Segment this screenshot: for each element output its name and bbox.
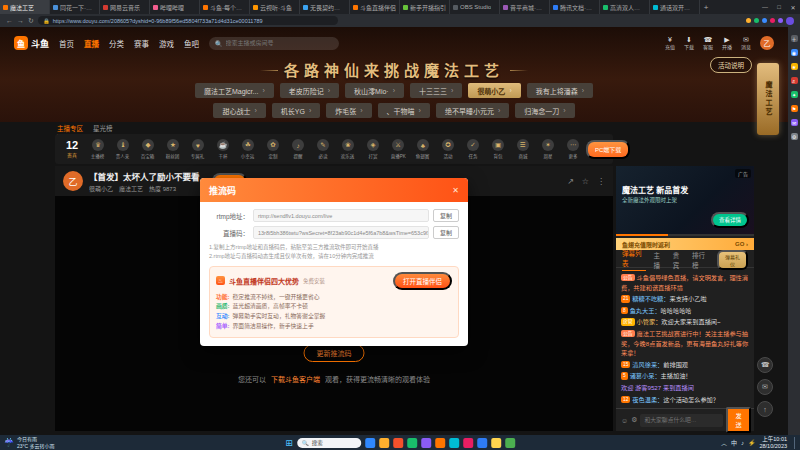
chat-username[interactable]: 小管家：: [637, 318, 662, 325]
douyu-logo[interactable]: 鱼 斗鱼: [14, 36, 49, 50]
anchor-tab[interactable]: 秋山澪Mio· ›: [345, 83, 404, 98]
extension-icon[interactable]: [754, 18, 759, 23]
chat-username[interactable]: 清风徐来：: [632, 361, 663, 368]
anchor-tab[interactable]: 甜心战士 ›: [213, 103, 265, 118]
browser-tab[interactable]: 音平商城·声卡调试: [500, 0, 550, 14]
feature-item[interactable]: ❀ 欢乐送: [336, 139, 360, 159]
anchor-tab[interactable]: 绝不早睡小元元 ›: [436, 103, 509, 118]
anchor-tab[interactable]: 、干物喵 ›: [378, 103, 430, 118]
feature-item[interactable]: ◆ 百宝箱: [136, 139, 160, 159]
taskbar-app-icon[interactable]: [379, 438, 389, 448]
edge-sidebar-icon[interactable]: ◉: [791, 49, 798, 56]
anchor-tab[interactable]: 很萌小乙 ›: [468, 83, 520, 98]
copy-button[interactable]: 复制: [433, 226, 459, 239]
anchor-tab[interactable]: 魔法工艺Magicr... ›: [195, 83, 274, 98]
refresh-stream-button[interactable]: 更新推流码: [304, 344, 365, 362]
chat-tab[interactable]: 弹幕列表: [622, 248, 646, 271]
nav-action[interactable]: ⬇ 下载: [684, 36, 694, 50]
taskbar-clock[interactable]: 上午10:01 28/10/2023: [759, 436, 787, 450]
nav-action[interactable]: ☎ 客服: [703, 36, 713, 50]
nav-action[interactable]: ✉ 消息: [741, 36, 751, 50]
browser-tab[interactable]: 云视听·斗鱼: [250, 0, 300, 14]
browser-tab[interactable]: 斗鱼-每个人的直播: [200, 0, 250, 14]
feature-item[interactable]: ♥ 专属礼: [186, 139, 210, 159]
float-button-icon[interactable]: ✉: [757, 379, 773, 395]
extension-icon[interactable]: [762, 18, 767, 23]
chat-message-list[interactable]: 公告斗鱼倡导绿色直播，请文明发言，理性消费，共建和谐直播环境 21糖糖不吃糖：来…: [616, 270, 754, 406]
chat-tab[interactable]: 排行榜: [692, 250, 710, 270]
anchor-tab[interactable]: 归海念一刀 ›: [515, 103, 574, 118]
feature-item[interactable]: ☘ 小幸运: [236, 139, 260, 159]
taskbar-app-icon[interactable]: [449, 438, 459, 448]
feature-item[interactable]: ♣ 鱼翅赛: [411, 139, 435, 159]
edge-sidebar-icon[interactable]: ✦: [791, 91, 798, 98]
feature-item[interactable]: ▣ 背包: [486, 139, 510, 159]
feature-item[interactable]: ★ 粉丝团: [161, 139, 185, 159]
taskbar-app-icon[interactable]: [463, 438, 473, 448]
player-tool-icon[interactable]: ☆: [582, 177, 589, 186]
extension-icon[interactable]: [770, 18, 775, 23]
browser-tab[interactable]: 斗鱼直播伴侣: [350, 0, 400, 14]
anchor-tab[interactable]: 机长YG ›: [272, 103, 320, 118]
chat-tab[interactable]: 贵宾: [673, 250, 685, 270]
feature-item[interactable]: ✓ 任务: [461, 139, 485, 159]
browser-tab[interactable]: 魔法工艺: [0, 0, 50, 14]
anchor-tab[interactable]: 十三三三 ›: [410, 83, 462, 98]
edge-sidebar-icon[interactable]: ⚙: [791, 133, 798, 140]
window-control-button[interactable]: —: [758, 0, 772, 14]
nav-menu-item[interactable]: 赛事: [134, 38, 149, 49]
feature-item[interactable]: ✪ 活动: [436, 139, 460, 159]
search-input[interactable]: [226, 40, 334, 46]
browser-tab[interactable]: 网易云音乐: [100, 0, 150, 14]
weather-widget[interactable]: ☔ 今日有雨 23°C 多云转小雨: [4, 436, 90, 449]
taskbar-app-icon[interactable]: [393, 438, 403, 448]
feature-item[interactable]: ♝ 贵人来: [111, 139, 135, 159]
start-button[interactable]: ⊞: [285, 438, 293, 448]
taskbar-app-icon[interactable]: [505, 438, 515, 448]
feature-item[interactable]: ✶ 周星: [536, 139, 560, 159]
tray-icon[interactable]: ⚡: [748, 439, 756, 446]
ad-video-panel[interactable]: 广告 魔法工艺 新品首发 全新魔法外观限时上架 查看详情: [616, 166, 754, 236]
feature-item[interactable]: ♪ 提醒: [286, 139, 310, 159]
anchor-tab[interactable]: 老皮历险记 ›: [280, 83, 339, 98]
nav-action[interactable]: ¥ 充值: [665, 36, 675, 50]
browser-tab[interactable]: 通话双开模式(48): [650, 0, 700, 14]
anchor-tab[interactable]: 炸毛张 ›: [326, 103, 371, 118]
browser-tab[interactable]: OBS Studio: [450, 0, 500, 14]
tray-icon[interactable]: ♪: [741, 440, 744, 446]
edge-sidebar-icon[interactable]: ♬: [791, 77, 798, 84]
edge-sidebar-icon[interactable]: ⚑: [791, 105, 798, 112]
ad-cta-button[interactable]: 查看详情: [711, 212, 749, 228]
edge-sidebar-icon[interactable]: ＋: [791, 35, 798, 42]
chat-tab[interactable]: 主播: [653, 250, 665, 270]
edge-sidebar-icon[interactable]: ✉: [791, 119, 798, 126]
taskbar-app-icon[interactable]: [491, 438, 501, 448]
window-control-button[interactable]: ✕: [786, 0, 800, 14]
taskbar-app-icon[interactable]: [421, 438, 431, 448]
taskbar-search[interactable]: 🔍 搜索: [297, 438, 361, 448]
taskbar-app-icon[interactable]: [365, 438, 375, 448]
browser-profile-avatar[interactable]: [786, 17, 794, 25]
show-desktop-button[interactable]: [794, 437, 796, 449]
player-tool-icon[interactable]: ⋮: [597, 177, 605, 186]
float-button-icon[interactable]: ↑: [757, 401, 773, 417]
site-search[interactable]: 🔍: [209, 37, 339, 50]
nav-menu-item[interactable]: 首页: [59, 38, 74, 49]
feature-item[interactable]: ♛ 主播榜: [86, 139, 110, 159]
chat-username[interactable]: 诸葛小呆：: [630, 372, 661, 379]
anchor-avatar[interactable]: 乙: [63, 171, 83, 191]
chat-username[interactable]: 鱼丸大王：: [630, 307, 661, 314]
stream-category[interactable]: 魔法工艺: [119, 184, 143, 193]
browser-tab[interactable]: 哔哩哔哩: [150, 0, 200, 14]
chat-username[interactable]: 夜色温柔：: [632, 396, 663, 403]
edge-sidebar-icon[interactable]: ★: [791, 63, 798, 70]
anchor-name[interactable]: 很萌小乙: [89, 184, 113, 193]
chat-settings-icon[interactable]: ⚙: [631, 416, 637, 424]
browser-tab[interactable]: 同花一下·直播中心: [50, 0, 100, 14]
activity-info-button[interactable]: 活动说明: [710, 57, 752, 73]
nav-menu-item[interactable]: 鱼吧: [184, 38, 199, 49]
feature-item[interactable]: ✎ 必读: [311, 139, 335, 159]
close-icon[interactable]: ✕: [452, 186, 459, 195]
feature-item[interactable]: ⚔ 直播PK: [386, 139, 410, 159]
feature-item[interactable]: ✿ 定制: [261, 139, 285, 159]
